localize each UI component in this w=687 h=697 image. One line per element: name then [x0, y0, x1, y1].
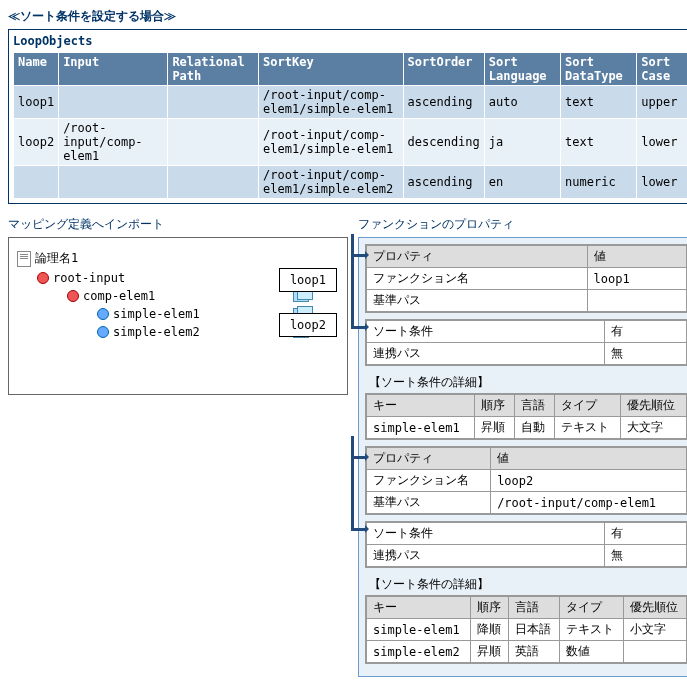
col-case: Sort Case: [637, 53, 687, 86]
loop1-node[interactable]: loop1: [279, 268, 337, 292]
col-input: Input: [59, 53, 168, 86]
val-fname: loop2: [491, 470, 687, 492]
cell: simple-elem1: [367, 619, 471, 641]
detail-label-1: 【ソート条件の詳細】: [365, 372, 687, 393]
hdr: 言語: [514, 395, 554, 417]
cell: lower: [637, 119, 687, 166]
loop2-node[interactable]: loop2: [279, 313, 337, 337]
document-icon: [17, 251, 31, 267]
simple-element-icon: [97, 308, 109, 320]
cell: text: [561, 86, 637, 119]
lbl-fname: ファンクション名: [367, 470, 491, 492]
cell: 昇順: [474, 417, 514, 439]
cell: upper: [637, 86, 687, 119]
element-icon: [37, 272, 49, 284]
cell: simple-elem1: [367, 417, 475, 439]
cell: /root-input/comp-elem1/simple-elem1: [259, 86, 403, 119]
detail-table-loop1: キー順序言語タイプ優先順位simple-elem1昇順自動テキスト大文字: [365, 393, 687, 440]
cell: simple-elem2: [367, 641, 471, 663]
tree-panel: 論理名1 root-input comp-elem1 simple-elem1 …: [8, 237, 348, 395]
cell: 日本語: [509, 619, 560, 641]
lbl-basepath: 基準パス: [367, 492, 491, 514]
val-linkpath: 無: [605, 545, 687, 567]
cell: 数値: [560, 641, 623, 663]
cell: numeric: [561, 166, 637, 199]
lbl-sortcond: ソート条件: [367, 321, 605, 343]
prop-table-loop2-sort: ソート条件有 連携パス無: [365, 521, 687, 568]
cell: ascending: [403, 166, 484, 199]
tree-l3b-label: simple-elem2: [113, 325, 200, 339]
prop-table-loop2: プロパティ値 ファンクション名loop2 基準パス/root-input/com…: [365, 446, 687, 515]
tree-root[interactable]: 論理名1: [17, 250, 339, 267]
col-name: Name: [14, 53, 59, 86]
table-row: simple-elem1降順日本語テキスト小文字: [367, 619, 687, 641]
cell: [168, 119, 259, 166]
cell: [168, 86, 259, 119]
cell: 自動: [514, 417, 554, 439]
cell: 大文字: [620, 417, 686, 439]
cell: loop1: [14, 86, 59, 119]
function-prop-title: ファンクションのプロパティ: [358, 216, 687, 233]
cell: [59, 86, 168, 119]
cell: [14, 166, 59, 199]
prop-table-loop1: プロパティ値 ファンクション名loop1 基準パス: [365, 244, 687, 313]
cell: auto: [484, 86, 560, 119]
cell: [168, 166, 259, 199]
tree-l3a-label: simple-elem1: [113, 307, 200, 321]
cell: lower: [637, 166, 687, 199]
cell: text: [561, 119, 637, 166]
col-path: Relational Path: [168, 53, 259, 86]
table-row: simple-elem1昇順自動テキスト大文字: [367, 417, 687, 439]
tree-l2-label: comp-elem1: [83, 289, 155, 303]
lbl-linkpath: 連携パス: [367, 343, 605, 365]
hdr-val: 値: [491, 448, 687, 470]
col-dtype: Sort DataType: [561, 53, 637, 86]
cell: テキスト: [560, 619, 623, 641]
hdr: キー: [367, 597, 471, 619]
lbl-fname: ファンクション名: [367, 268, 588, 290]
table-row: /root-input/comp-elem1/simple-elem2ascen…: [14, 166, 688, 199]
hdr: 順序: [470, 597, 508, 619]
col-lang: Sort Language: [484, 53, 560, 86]
cell: [59, 166, 168, 199]
detail-label-2: 【ソート条件の詳細】: [365, 574, 687, 595]
cell: /root-input/comp-elem1/simple-elem1: [259, 119, 403, 166]
tree-l1-label: root-input: [53, 271, 125, 285]
hdr-prop: プロパティ: [367, 448, 491, 470]
cell: ascending: [403, 86, 484, 119]
val-basepath: /root-input/comp-elem1: [491, 492, 687, 514]
simple-element-icon: [97, 326, 109, 338]
cell: 降順: [470, 619, 508, 641]
hdr: 優先順位: [623, 597, 686, 619]
cell: 英語: [509, 641, 560, 663]
cell: loop2: [14, 119, 59, 166]
col-order: SortOrder: [403, 53, 484, 86]
cell: en: [484, 166, 560, 199]
cell: 小文字: [623, 619, 686, 641]
col-key: SortKey: [259, 53, 403, 86]
element-icon: [67, 290, 79, 302]
lbl-sortcond: ソート条件: [367, 523, 605, 545]
hdr-val: 値: [587, 246, 686, 268]
val-linkpath: 無: [605, 343, 687, 365]
function-prop-panel: プロパティ値 ファンクション名loop1 基準パス ソート条件有 連携パス無 【…: [358, 237, 687, 677]
val-sortcond: 有: [605, 523, 687, 545]
table-row: loop2/root-input/comp-elem1/root-input/c…: [14, 119, 688, 166]
loop-objects-panel: LoopObjects Name Input Relational Path S…: [8, 29, 687, 204]
cell: 昇順: [470, 641, 508, 663]
table-row: simple-elem2昇順英語数値: [367, 641, 687, 663]
hdr: 優先順位: [620, 395, 686, 417]
tree-root-label: 論理名1: [35, 250, 78, 267]
cell: /root-input/comp-elem1/simple-elem2: [259, 166, 403, 199]
cell: descending: [403, 119, 484, 166]
hdr: 言語: [509, 597, 560, 619]
cell: /root-input/comp-elem1: [59, 119, 168, 166]
page-title: ≪ソート条件を設定する場合≫: [8, 8, 687, 25]
hdr: 順序: [474, 395, 514, 417]
lbl-linkpath: 連携パス: [367, 545, 605, 567]
val-fname: loop1: [587, 268, 686, 290]
hdr: タイプ: [554, 395, 620, 417]
detail-table-loop2: キー順序言語タイプ優先順位simple-elem1降順日本語テキスト小文字sim…: [365, 595, 687, 664]
val-basepath: [587, 290, 686, 312]
hdr: タイプ: [560, 597, 623, 619]
